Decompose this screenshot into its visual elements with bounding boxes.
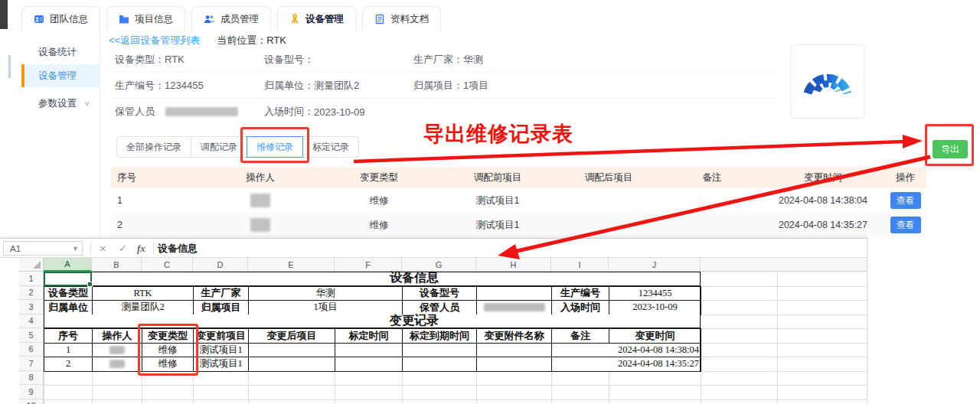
device-field: 生产编号：1234455 <box>115 79 204 93</box>
sheet-cell-D3[interactable]: 归属项目 <box>193 300 249 315</box>
sheet-cell-D6[interactable]: 测试项目1 <box>193 343 249 358</box>
sheet-cell-I7[interactable]: 2024-04-08 14:35:27 <box>551 357 701 372</box>
sheet-cell-I6[interactable]: 2024-04-08 14:38:04 <box>551 343 701 358</box>
tab-tripod[interactable]: 设备管理 <box>277 6 356 31</box>
sheet-cell-H2[interactable] <box>476 286 552 301</box>
sheet-title-设备信息[interactable]: 设备信息 <box>44 272 701 286</box>
device-field-label: 生产厂家： <box>413 53 463 67</box>
device-field: 归属项目：1项目 <box>413 79 488 93</box>
select-all-corner[interactable] <box>19 258 44 272</box>
device-info-row: 设备类型：RTK设备型号：生产厂家：华测 <box>109 47 779 73</box>
sheet-cell-I5[interactable]: 备注 <box>551 328 609 344</box>
sheet-cell-J3[interactable]: 2023-10-09 <box>609 300 701 315</box>
document-icon <box>374 14 385 24</box>
sheet-cell-B3[interactable]: 测量团队2 <box>92 300 194 315</box>
sheet-cell-D5[interactable]: 变更前项目 <box>193 328 249 344</box>
sheet-cell-H5[interactable]: 变更附件名称 <box>476 328 552 344</box>
insert-function-icon[interactable]: fx <box>137 239 145 258</box>
tab-label: 资料文档 <box>390 13 429 26</box>
screen: 团队信息项目信息成员管理设备管理资料文档 设备统计设备管理参数设置∨ <<返回设… <box>0 0 980 404</box>
row-header-3[interactable]: 3 <box>19 300 44 314</box>
records-cell <box>555 213 662 237</box>
column-header-H[interactable]: H <box>476 258 551 272</box>
device-field-value: 1项目 <box>463 79 488 93</box>
sheet-cell-G6[interactable] <box>402 343 477 358</box>
sheet-cell-H3[interactable] <box>476 300 552 315</box>
sheet-cell-A3[interactable]: 归属单位 <box>44 300 93 315</box>
tab-folder[interactable]: 项目信息 <box>106 6 185 31</box>
sheet-cell-B7[interactable] <box>92 357 142 372</box>
row-header-10[interactable]: 10 <box>19 399 44 404</box>
sheet-cell-H6[interactable] <box>476 343 552 358</box>
sheet-cell-A5[interactable]: 序号 <box>44 328 93 344</box>
window-edge-strip <box>0 0 8 29</box>
device-field-label: 归属单位： <box>264 79 314 93</box>
row-header-6[interactable]: 6 <box>19 343 44 357</box>
column-header-B[interactable]: B <box>92 258 142 272</box>
tab-document[interactable]: 资料文档 <box>362 6 441 31</box>
sheet-cell-A7[interactable]: 2 <box>44 357 93 372</box>
sheet-cell-F7[interactable] <box>335 357 403 372</box>
column-header-J[interactable]: J <box>609 258 701 272</box>
row-header-8[interactable]: 8 <box>19 371 44 386</box>
record-tab-全部操作记录[interactable]: 全部操作记录 <box>116 136 191 158</box>
row-header-7[interactable]: 7 <box>19 357 44 371</box>
sheet-cell-G2[interactable]: 设备型号 <box>402 286 477 301</box>
view-button[interactable]: 查看 <box>890 217 921 233</box>
sheet-cell-D7[interactable]: 测试项目1 <box>193 357 249 372</box>
row-header-1[interactable]: 1 <box>19 272 44 286</box>
sidebar-item-2[interactable]: 设备管理 <box>21 64 100 87</box>
record-tab-标定记录[interactable]: 标定记录 <box>302 136 359 158</box>
sheet-cell-I3[interactable]: 入场时间 <box>551 300 609 315</box>
tab-team[interactable]: 团队信息 <box>21 6 100 31</box>
device-field-label: 入场时间： <box>264 105 314 119</box>
sheet-cell-B2[interactable]: RTK <box>92 286 194 301</box>
sheet-cell-F6[interactable] <box>335 343 403 358</box>
current-location: 当前位置：RTK <box>217 34 286 47</box>
sidebar-item-1[interactable]: 设备统计 <box>21 41 100 64</box>
tab-members[interactable]: 成员管理 <box>191 6 271 31</box>
sheet-cell-G5[interactable]: 标定到期时间 <box>402 328 477 344</box>
formula-bar-value[interactable]: 设备信息 <box>158 239 198 258</box>
sidebar-item-3[interactable]: 参数设置∨ <box>21 92 100 115</box>
sheet-cell-E2[interactable]: 华测 <box>248 286 403 301</box>
back-to-device-list-link[interactable]: <<返回设备管理列表 <box>109 34 200 47</box>
redacted-cell-value <box>484 303 545 311</box>
sheet-cell-F5[interactable]: 标定时间 <box>335 328 403 344</box>
sheet-cell-A6[interactable]: 1 <box>44 343 93 358</box>
sheet-cell-A2[interactable]: 设备类型 <box>44 286 93 301</box>
row-header-9[interactable]: 9 <box>19 385 44 399</box>
sheet-cell-H7[interactable] <box>476 357 552 372</box>
name-box-dropdown-icon[interactable]: ▼ <box>72 245 79 252</box>
sidebar-item-label: 参数设置 <box>38 97 77 110</box>
sheet-cell-J2[interactable]: 1234455 <box>609 286 701 301</box>
sheet-cell-I2[interactable]: 生产编号 <box>551 286 609 301</box>
sheet-cell-J5[interactable]: 变更时间 <box>609 328 701 344</box>
tab-label: 项目信息 <box>135 13 173 26</box>
excel-name-box[interactable]: A1 ▼ <box>3 241 83 256</box>
record-tab-调配记录[interactable]: 调配记录 <box>191 136 247 158</box>
tab-label: 团队信息 <box>50 13 88 26</box>
sheet-cell-B6[interactable] <box>92 343 142 358</box>
view-button[interactable]: 查看 <box>890 192 921 209</box>
sheet-cell-B5[interactable]: 操作人 <box>92 328 142 344</box>
cancel-icon[interactable]: × <box>100 239 106 258</box>
sheet-cell-E5[interactable]: 变更后项目 <box>248 328 335 344</box>
row-header-4[interactable]: 4 <box>19 314 44 329</box>
row-header-2[interactable]: 2 <box>19 286 44 301</box>
sheet-cell-E7[interactable] <box>248 357 335 372</box>
enter-icon[interactable]: ✓ <box>119 239 127 258</box>
tab-label: 设备管理 <box>305 13 344 26</box>
sheet-cell-G7[interactable] <box>402 357 477 372</box>
column-header-A[interactable]: A <box>44 258 92 272</box>
records-cell: 2024-04-08 14:38:04 <box>762 188 884 213</box>
column-header-C[interactable]: C <box>142 258 193 272</box>
gridline <box>19 385 867 386</box>
column-header-I[interactable]: I <box>551 258 609 272</box>
highlight-box-change-type-column <box>138 324 198 376</box>
row-header-5[interactable]: 5 <box>19 328 44 343</box>
sheet-cell-D2[interactable]: 生产厂家 <box>193 286 249 301</box>
column-header-D[interactable]: D <box>193 258 248 272</box>
sheet-cell-E6[interactable] <box>248 343 335 358</box>
team-icon <box>34 14 44 24</box>
